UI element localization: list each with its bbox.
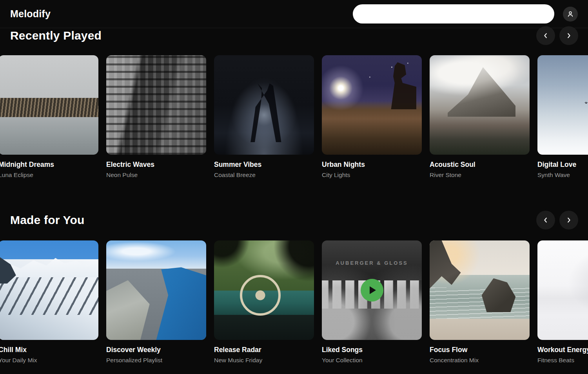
chevron-left-icon: [542, 32, 549, 39]
album-cover: [0, 55, 98, 155]
section-head: Made for You: [0, 211, 588, 229]
card-subtitle: New Music Friday: [214, 357, 314, 364]
carousel-prev-button[interactable]: [536, 26, 555, 45]
card-title: Workout Energy: [537, 346, 588, 354]
user-icon: [566, 10, 574, 18]
playlist-card[interactable]: Discover Weekly Personalized Playlist: [106, 240, 206, 364]
carousel-prev-button[interactable]: [536, 211, 555, 229]
card-subtitle: Synth Wave: [537, 172, 588, 179]
card-subtitle: Fitness Beats: [537, 357, 588, 364]
carousel-next-button[interactable]: [559, 26, 578, 45]
album-cover: [537, 55, 588, 155]
card-title: Digital Love: [537, 161, 588, 169]
card-title: Midnight Dreams: [0, 161, 98, 169]
album-cover: [214, 55, 314, 155]
play-button[interactable]: [361, 279, 383, 302]
section-head: Recently Played: [0, 26, 588, 45]
playlist-card[interactable]: Urban Nights City Lights: [322, 55, 422, 179]
top-bar: Melodify: [0, 0, 588, 28]
card-title: Urban Nights: [322, 161, 422, 169]
playlist-card[interactable]: Focus Flow Concentration Mix: [430, 240, 530, 364]
album-cover: [0, 240, 98, 340]
app-logo[interactable]: Melodify: [10, 8, 51, 20]
search-input[interactable]: [353, 4, 554, 23]
playlist-card[interactable]: Digital Love Synth Wave: [537, 55, 588, 179]
card-subtitle: Luna Eclipse: [0, 172, 98, 179]
chevron-right-icon: [565, 32, 572, 39]
card-subtitle: City Lights: [322, 172, 422, 179]
carousel: Midnight Dreams Luna Eclipse Electric Wa…: [0, 55, 588, 179]
album-cover: [430, 55, 530, 155]
card-title: Focus Flow: [430, 346, 530, 354]
playlist-card[interactable]: Chill Mix Your Daily Mix: [0, 240, 98, 364]
section-title: Made for You: [10, 213, 85, 227]
album-cover: [322, 55, 422, 155]
card-subtitle: River Stone: [430, 172, 530, 179]
card-title: Electric Waves: [106, 161, 206, 169]
album-cover: [106, 240, 206, 340]
section-title: Recently Played: [10, 29, 102, 42]
carousel-nav: [536, 211, 578, 229]
playlist-card[interactable]: Midnight Dreams Luna Eclipse: [0, 55, 98, 179]
card-title: Summer Vibes: [214, 161, 314, 169]
album-cover: [106, 55, 206, 155]
section-recently-played: Recently Played Midnight Dreams Luna Ecl…: [0, 26, 588, 179]
card-title: Chill Mix: [0, 346, 98, 354]
card-subtitle: Concentration Mix: [430, 357, 530, 364]
chevron-right-icon: [565, 217, 572, 224]
playlist-card[interactable]: Release Radar New Music Friday: [214, 240, 314, 364]
card-subtitle: Your Daily Mix: [0, 357, 98, 364]
card-title: Discover Weekly: [106, 346, 206, 354]
album-cover: [430, 240, 530, 340]
card-subtitle: Coastal Breeze: [214, 172, 314, 179]
carousel-next-button[interactable]: [559, 211, 578, 229]
playlist-card[interactable]: Acoustic Soul River Stone: [430, 55, 530, 179]
playlist-card[interactable]: Workout Energy Fitness Beats: [537, 240, 588, 364]
user-menu-button[interactable]: [563, 7, 578, 22]
card-subtitle: Your Collection: [322, 357, 422, 364]
playlist-card[interactable]: Summer Vibes Coastal Breeze: [214, 55, 314, 179]
album-cover: [214, 240, 314, 340]
play-icon: [370, 286, 376, 294]
topbar-right: [353, 4, 578, 23]
album-cover: AUBERGER & GLOSS: [322, 240, 422, 340]
card-subtitle: Neon Pulse: [106, 172, 206, 179]
playlist-card[interactable]: AUBERGER & GLOSS Liked Songs Your Collec…: [322, 240, 422, 364]
card-title: Liked Songs: [322, 346, 422, 354]
section-made-for-you: Made for You Chill Mix Your Daily Mix Di…: [0, 211, 588, 364]
piano-brand-text: AUBERGER & GLOSS: [322, 260, 422, 266]
album-cover: [537, 240, 588, 340]
chevron-left-icon: [542, 217, 549, 224]
card-title: Release Radar: [214, 346, 314, 354]
card-title: Acoustic Soul: [430, 161, 530, 169]
card-subtitle: Personalized Playlist: [106, 357, 206, 364]
carousel-nav: [536, 26, 578, 45]
playlist-card[interactable]: Electric Waves Neon Pulse: [106, 55, 206, 179]
carousel: Chill Mix Your Daily Mix Discover Weekly…: [0, 240, 588, 364]
